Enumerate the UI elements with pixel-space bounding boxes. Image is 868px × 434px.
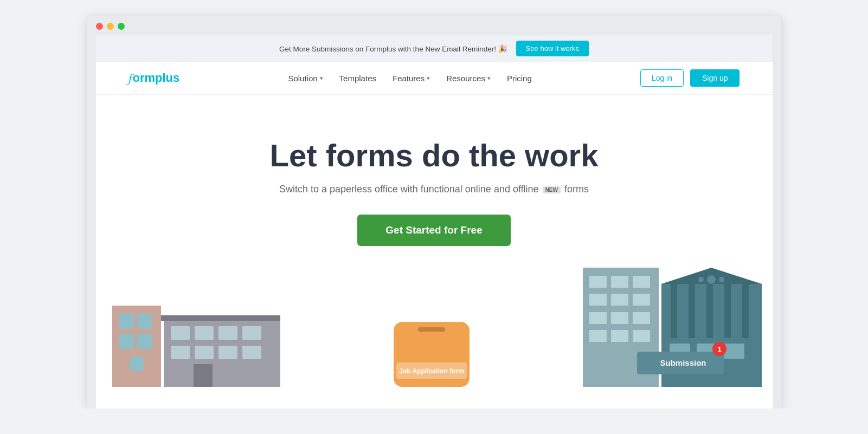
logo-text: ormplus bbox=[133, 71, 180, 85]
browser-traffic-lights bbox=[96, 23, 773, 35]
svg-rect-9 bbox=[195, 326, 214, 340]
svg-rect-22 bbox=[589, 276, 607, 288]
nav-item-pricing[interactable]: Pricing bbox=[507, 74, 532, 83]
svg-rect-41 bbox=[706, 284, 713, 338]
svg-rect-33 bbox=[633, 330, 650, 342]
nav-item-features[interactable]: Features ▾ bbox=[393, 74, 430, 83]
hero-section: Let forms do the work Switch to a paperl… bbox=[96, 95, 773, 409]
close-dot bbox=[96, 23, 103, 30]
navbar: 𝑓 ormplus Solution ▾ Templates bbox=[96, 62, 773, 95]
svg-rect-10 bbox=[218, 326, 237, 340]
website-content: Get More Submissions on Formplus with th… bbox=[96, 35, 773, 409]
svg-rect-30 bbox=[633, 312, 650, 324]
hero-illustrations: Job Application form bbox=[107, 268, 762, 387]
hero-subtitle: Switch to a paperless office with functi… bbox=[107, 184, 762, 195]
svg-rect-32 bbox=[611, 330, 628, 342]
nav-item-templates[interactable]: Templates bbox=[339, 74, 376, 83]
svg-rect-23 bbox=[611, 276, 628, 288]
announcement-text: Get More Submissions on Formplus with th… bbox=[279, 44, 507, 53]
svg-text:Submission: Submission bbox=[660, 358, 706, 367]
svg-text:Job Application form: Job Application form bbox=[399, 367, 464, 375]
svg-point-37 bbox=[698, 277, 704, 282]
svg-rect-5 bbox=[130, 360, 144, 371]
see-how-button[interactable]: See how it works bbox=[516, 41, 589, 56]
cta-get-started-button[interactable]: Get Started for Free bbox=[357, 215, 510, 246]
minimize-dot bbox=[107, 23, 114, 30]
logo[interactable]: 𝑓 ormplus bbox=[128, 70, 180, 86]
announcement-bar: Get More Submissions on Formplus with th… bbox=[96, 35, 773, 62]
svg-rect-3 bbox=[119, 334, 134, 349]
svg-rect-16 bbox=[194, 364, 213, 387]
svg-rect-42 bbox=[724, 284, 731, 338]
svg-rect-39 bbox=[671, 284, 677, 338]
svg-rect-43 bbox=[742, 284, 749, 338]
svg-rect-12 bbox=[171, 346, 190, 359]
svg-rect-24 bbox=[633, 276, 650, 288]
svg-point-36 bbox=[707, 275, 716, 284]
svg-rect-31 bbox=[589, 330, 607, 342]
svg-text:1: 1 bbox=[717, 345, 721, 353]
svg-rect-18 bbox=[418, 327, 445, 332]
nav-item-solution[interactable]: Solution ▾ bbox=[288, 74, 323, 83]
chevron-down-icon: ▾ bbox=[320, 75, 323, 82]
svg-rect-4 bbox=[137, 334, 152, 349]
fullscreen-dot bbox=[118, 23, 125, 30]
svg-rect-27 bbox=[633, 294, 650, 306]
chevron-down-icon: ▾ bbox=[427, 75, 430, 82]
new-badge: NEW bbox=[543, 186, 561, 193]
svg-rect-11 bbox=[242, 326, 261, 340]
right-buildings-illustration: Submission 1 bbox=[583, 268, 762, 387]
svg-rect-26 bbox=[611, 294, 628, 306]
svg-rect-8 bbox=[171, 326, 190, 340]
svg-rect-46 bbox=[724, 344, 744, 359]
nav-links: Solution ▾ Templates Features ▾ bbox=[288, 74, 531, 83]
svg-rect-29 bbox=[611, 312, 628, 324]
nav-item-resources[interactable]: Resources ▾ bbox=[446, 74, 491, 83]
svg-rect-7 bbox=[161, 315, 280, 321]
login-button[interactable]: Log in bbox=[640, 69, 684, 87]
svg-rect-14 bbox=[218, 346, 237, 359]
signup-button[interactable]: Sign up bbox=[690, 69, 740, 87]
svg-rect-40 bbox=[689, 284, 695, 338]
svg-rect-28 bbox=[589, 312, 607, 324]
logo-bracket: 𝑓 bbox=[128, 70, 132, 86]
svg-point-38 bbox=[719, 277, 724, 282]
left-buildings-illustration bbox=[107, 278, 280, 387]
svg-rect-13 bbox=[195, 346, 214, 359]
form-phone-illustration: Job Application form bbox=[383, 311, 480, 387]
chevron-down-icon: ▾ bbox=[487, 75, 491, 82]
svg-rect-15 bbox=[242, 346, 261, 359]
hero-title: Let forms do the work bbox=[107, 138, 762, 173]
nav-actions: Log in Sign up bbox=[640, 69, 740, 87]
svg-rect-25 bbox=[589, 294, 607, 306]
svg-rect-1 bbox=[119, 314, 134, 329]
svg-rect-2 bbox=[137, 314, 152, 329]
